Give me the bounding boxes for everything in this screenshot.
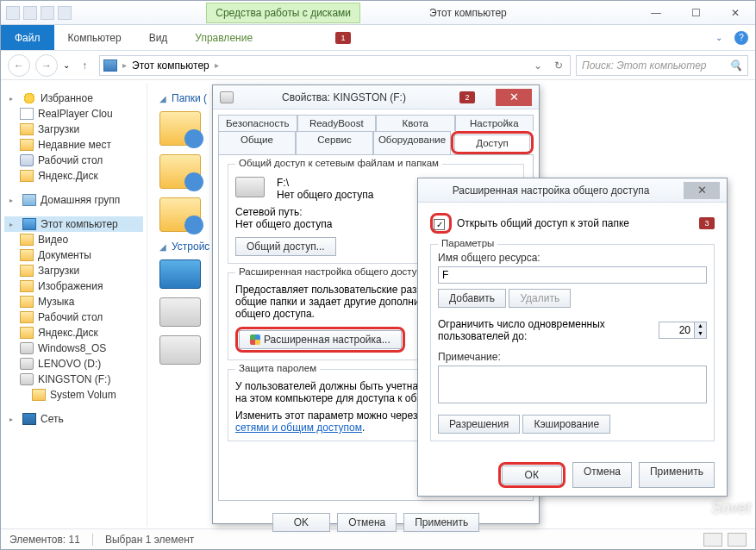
drive-item[interactable] <box>159 259 201 289</box>
tree-item[interactable]: LENOVO (D:) <box>4 356 143 372</box>
cancel-button[interactable]: Отмена <box>337 513 397 532</box>
address-bar[interactable]: ▸ Этот компьютер ▸ ⌄ ↻ <box>99 55 571 76</box>
ribbon-file-tab[interactable]: Файл <box>1 25 54 50</box>
tree-item[interactable]: Музыка <box>4 294 143 309</box>
help-icon[interactable]: ? <box>734 31 748 45</box>
tree-network[interactable]: ▸Сеть <box>4 411 143 427</box>
ok-button[interactable]: OK <box>272 513 330 532</box>
folder-item[interactable] <box>159 154 201 189</box>
share-name-input[interactable] <box>438 266 707 284</box>
tree-item[interactable]: Недавние мест <box>4 137 143 153</box>
ribbon-collapse-icon[interactable]: ⌄ <box>715 33 722 42</box>
note-textarea[interactable] <box>438 366 707 403</box>
pc-icon <box>22 218 36 230</box>
folder-item[interactable] <box>159 197 201 232</box>
apply-button[interactable]: Применить <box>403 513 479 532</box>
ok-button[interactable]: ОК <box>502 466 562 484</box>
permissions-button[interactable]: Разрешения <box>438 415 520 434</box>
ribbon-tab-computer[interactable]: Компьютер <box>54 25 135 50</box>
qat-chevron-icon[interactable] <box>58 6 72 20</box>
qat-icon[interactable] <box>6 6 20 20</box>
drive-icon <box>220 91 234 103</box>
tree-item[interactable]: Изображения <box>4 278 143 294</box>
limit-users-input[interactable] <box>659 322 694 338</box>
close-button[interactable]: ✕ <box>715 3 755 22</box>
search-input[interactable]: Поиск: Этот компьютер 🔍 <box>576 55 748 76</box>
tab-tools[interactable]: Сервис <box>296 131 373 154</box>
properties-titlebar[interactable]: Свойства: KINGSTON (F:) 2 ✕ <box>213 85 539 109</box>
advanced-sharing-titlebar[interactable]: Расширенная настройка общего доступа ✕ <box>418 178 727 203</box>
share-button[interactable]: Общий доступ... <box>235 237 336 256</box>
spin-up-icon[interactable]: ▲ <box>694 322 706 330</box>
ribbon-tab-view[interactable]: Вид <box>135 25 182 50</box>
ribbon-tab-manage[interactable]: Управление <box>181 25 266 50</box>
close-button[interactable]: ✕ <box>684 182 720 199</box>
tree-item[interactable]: Яндекс.Диск <box>4 325 143 341</box>
view-tiles-button[interactable] <box>728 533 747 547</box>
back-button[interactable]: ← <box>8 54 30 77</box>
tree-homegroup[interactable]: ▸Домашняя групп <box>4 192 143 208</box>
note-label: Примечание: <box>438 351 707 363</box>
properties-tabs: Безопасность ReadyBoost Квота Настройка … <box>213 109 539 154</box>
limit-users-label: Ограничить число одновременных пользоват… <box>438 318 650 342</box>
advanced-sharing-title: Расширенная настройка общего доступа <box>425 184 677 197</box>
maximize-button[interactable]: ☐ <box>676 3 715 22</box>
pc-icon <box>103 59 117 72</box>
forward-button[interactable]: → <box>35 54 58 77</box>
drive-icon <box>20 373 34 385</box>
desktop-icon <box>20 154 34 166</box>
window-title: Этот компьютер <box>429 7 507 19</box>
drive-item[interactable] <box>159 335 201 365</box>
qat-icon[interactable] <box>41 6 54 20</box>
breadcrumb[interactable]: Этот компьютер <box>132 59 209 72</box>
apply-button[interactable]: Применить <box>639 462 715 488</box>
add-button[interactable]: Добавить <box>438 289 506 308</box>
tree-item[interactable]: KINGSTON (F:) <box>4 372 143 387</box>
minimize-button[interactable]: — <box>636 3 676 22</box>
qat-icon[interactable] <box>23 6 37 20</box>
tree-item[interactable]: Загрузки <box>4 263 143 278</box>
tree-item[interactable]: Windows8_OS <box>4 341 143 356</box>
remove-button[interactable]: Удалить <box>509 289 571 308</box>
history-dropdown-icon[interactable]: ⌄ <box>63 60 70 70</box>
tab-hardware[interactable]: Оборудование <box>373 131 451 154</box>
tab-quota[interactable]: Квота <box>376 115 455 131</box>
tree-favorites[interactable]: ▸Избранное <box>4 91 143 106</box>
folder-icon <box>20 249 34 261</box>
star-icon <box>22 92 36 104</box>
tree-item[interactable]: RealPlayer Clou <box>4 106 143 122</box>
tree-item[interactable]: Документы <box>4 247 143 263</box>
tree-item[interactable]: Загрузки <box>4 122 143 137</box>
share-params-group: Параметры Имя общего ресурса: Добавить У… <box>430 244 715 441</box>
up-button[interactable]: ↑ <box>75 56 94 75</box>
refresh-icon[interactable]: ↻ <box>551 59 566 72</box>
tab-security[interactable]: Безопасность <box>218 115 297 131</box>
tree-item[interactable]: System Volum <box>4 387 143 403</box>
share-folder-label: Открыть общий доступ к этой папке <box>457 217 689 229</box>
address-dropdown-icon[interactable]: ⌄ <box>530 59 546 72</box>
tab-sharing[interactable]: Доступ <box>454 134 530 151</box>
drive-item[interactable] <box>159 297 201 327</box>
tree-this-pc[interactable]: ▸Этот компьютер <box>4 216 143 232</box>
share-folder-checkbox[interactable]: ✓ <box>434 219 445 230</box>
limit-users-spinner[interactable]: ▲▼ <box>659 322 707 339</box>
view-details-button[interactable] <box>703 533 722 547</box>
folder-icon <box>20 296 34 308</box>
folder-item[interactable] <box>159 111 201 146</box>
tree-item[interactable]: Рабочий стол <box>4 153 143 168</box>
share-status: Нет общего доступа <box>277 189 373 201</box>
tree-item[interactable]: Рабочий стол <box>4 309 143 325</box>
search-icon: 🔍 <box>729 59 742 72</box>
tree-item[interactable]: Видео <box>4 232 143 247</box>
tab-readyboost[interactable]: ReadyBoost <box>297 115 377 131</box>
folder-icon <box>20 234 34 246</box>
close-button[interactable]: ✕ <box>496 89 532 106</box>
advanced-sharing-button[interactable]: Расширенная настройка... <box>239 330 402 349</box>
tree-item[interactable]: Яндекс.Диск <box>4 168 143 184</box>
spin-down-icon[interactable]: ▼ <box>694 330 706 338</box>
tab-customize[interactable]: Настройка <box>455 115 534 131</box>
contextual-tab-drive-tools[interactable]: Средства работы с дисками <box>206 3 360 23</box>
cancel-button[interactable]: Отмена <box>572 462 632 488</box>
tab-general[interactable]: Общие <box>218 131 296 154</box>
caching-button[interactable]: Кэширование <box>522 415 610 434</box>
